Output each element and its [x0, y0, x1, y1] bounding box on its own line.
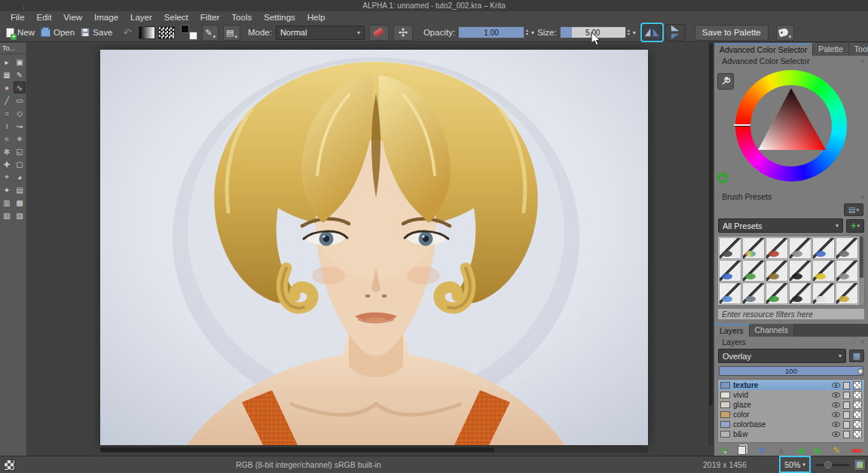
bezier-curve-icon[interactable]: ↝	[14, 120, 26, 132]
move-layer-left-button[interactable]: ◀	[797, 445, 804, 456]
move-icon[interactable]: ✚	[1, 158, 13, 170]
layer-row-colorbase[interactable]: colorbase	[719, 420, 863, 429]
move-layer-right-button[interactable]: ▶	[815, 445, 821, 456]
duplicate-layer-button[interactable]	[738, 446, 746, 455]
docker-splitter[interactable]: ··················	[714, 185, 868, 191]
gradient-ball-icon[interactable]: ●	[1, 81, 13, 93]
size-options-chevron-icon[interactable]: ▾	[633, 29, 636, 36]
delete-layer-button[interactable]	[851, 449, 862, 453]
save-to-palette-button[interactable]: Save to Palette	[695, 25, 769, 41]
docker-close-icon[interactable]: ✕	[860, 339, 865, 346]
move-layer-up-button[interactable]: ▲	[777, 445, 786, 456]
visibility-eye-icon[interactable]	[832, 392, 840, 398]
color-picker-icon[interactable]: ✦	[1, 184, 13, 196]
tab-palette[interactable]: Palette	[813, 43, 849, 56]
docker-close-icon[interactable]: ✕	[860, 194, 865, 200]
fill-icon[interactable]: ◕	[14, 171, 26, 183]
canvas-only-mode-button[interactable]	[854, 459, 866, 471]
visibility-eye-icon[interactable]	[832, 383, 840, 388]
layer-row-vivid[interactable]: vivid	[719, 390, 863, 400]
opacity-options-chevron-icon[interactable]: ▾	[531, 29, 534, 36]
visibility-eye-icon[interactable]	[832, 412, 840, 417]
tab-channels[interactable]: Channels	[750, 324, 794, 337]
visibility-eye-icon[interactable]	[832, 402, 840, 407]
add-tag-button[interactable]: +▾	[846, 219, 864, 233]
dynamic-brush-icon[interactable]: ✳	[14, 133, 26, 145]
menu-tools[interactable]: Tools	[225, 13, 258, 22]
canvas-vertical-scrollbar[interactable]	[708, 43, 714, 447]
refresh-colors-icon[interactable]	[717, 172, 728, 183]
brush-preset-thumbnail[interactable]	[719, 237, 741, 259]
brush-preset-thumbnail[interactable]	[836, 282, 858, 304]
docker-float-icon[interactable]: ▫	[854, 339, 856, 346]
layer-filter-button[interactable]: ▦	[849, 349, 864, 362]
gradient-icon[interactable]: ▤	[14, 184, 26, 196]
polygon-icon[interactable]: ◇	[14, 107, 26, 119]
menu-file[interactable]: File	[5, 13, 31, 22]
menu-help[interactable]: Help	[301, 13, 332, 22]
layer-opacity-slider[interactable]: 100	[719, 366, 863, 376]
reload-preset-button[interactable]	[393, 25, 413, 41]
tab-advanced-color-selector[interactable]: Advanced Color Selector	[714, 43, 813, 56]
add-layer-button[interactable]: +▾	[720, 445, 726, 456]
saturation-value-triangle[interactable]	[752, 87, 830, 165]
layer-properties-button[interactable]: ✎	[833, 445, 840, 456]
mirror-horizontal-button[interactable]	[642, 24, 662, 41]
brush-preset-chooser-button[interactable]: ✎▾	[202, 25, 219, 41]
preset-filter-dropdown[interactable]: All Presets ▾	[718, 218, 843, 233]
tab-tool-options[interactable]: Tool Options	[849, 43, 868, 56]
brush-preset-thumbnail[interactable]	[742, 260, 765, 282]
crop-icon[interactable]: ◱	[14, 145, 26, 157]
layer-blend-mode-dropdown[interactable]: Overlay ▾	[718, 349, 846, 363]
advanced-color-selector[interactable]	[714, 67, 868, 185]
zoom-slider-handle[interactable]	[824, 461, 832, 468]
multibrush-icon[interactable]: ✻	[1, 145, 13, 157]
tab-layers[interactable]: Layers	[714, 324, 750, 337]
selection-mode-icon[interactable]	[4, 459, 15, 471]
new-button[interactable]: + New	[3, 26, 38, 39]
rectangular-select-icon[interactable]: ▧	[1, 209, 13, 221]
foreground-background-colors[interactable]	[181, 25, 197, 40]
preset-display-mode-button[interactable]: ▤▾	[844, 203, 863, 216]
layer-row-texture[interactable]: texture	[719, 380, 863, 390]
menu-layer[interactable]: Layer	[124, 13, 158, 22]
line-icon[interactable]: ╱	[1, 94, 13, 106]
tag-button[interactable]: ▾	[776, 25, 795, 41]
canvas-horizontal-scrollbar[interactable]	[100, 447, 648, 453]
calligraphy-icon[interactable]: ✎	[14, 69, 26, 81]
pattern-edit-icon[interactable]: ▦	[1, 69, 13, 81]
undo-icon[interactable]: ↶	[123, 27, 131, 38]
ellipse-icon[interactable]: ○	[1, 107, 13, 119]
brush-preset-thumbnail[interactable]	[812, 237, 835, 259]
docker-float-icon[interactable]: ▫	[854, 194, 856, 200]
brush-preset-thumbnail[interactable]	[719, 260, 741, 282]
brush-preset-thumbnail[interactable]	[789, 237, 811, 259]
zoom-level-dropdown[interactable]: 50% ▾	[781, 457, 809, 471]
mirror-vertical-button[interactable]	[665, 24, 686, 41]
brush-preset-thumbnail[interactable]	[742, 282, 765, 304]
brush-preset-thumbnail[interactable]	[789, 282, 811, 304]
brush-preset-thumbnail[interactable]	[766, 260, 788, 282]
layer-row-bw[interactable]: b&w	[719, 429, 863, 439]
preset-grid-scrollbar[interactable]	[859, 236, 864, 304]
move-layer-down-button[interactable]: ▼	[757, 445, 766, 456]
zoom-slider[interactable]	[815, 464, 850, 466]
brush-preset-thumbnail[interactable]	[836, 237, 858, 259]
assistants-icon[interactable]: ▥	[1, 197, 13, 209]
brush-preset-thumbnail[interactable]	[812, 260, 835, 282]
background-color-swatch[interactable]	[189, 32, 197, 40]
foreground-color-swatch[interactable]	[181, 25, 189, 33]
brush-preset-thumbnail[interactable]	[812, 282, 835, 304]
contiguous-select-icon[interactable]: ▨	[14, 209, 26, 221]
transform-icon[interactable]: ▢	[14, 158, 26, 170]
pattern-chooser-button[interactable]: ▾	[158, 26, 175, 39]
brush-editor-button[interactable]: ▤▾	[223, 25, 240, 41]
visibility-eye-icon[interactable]	[832, 422, 840, 427]
visibility-eye-icon[interactable]	[832, 432, 840, 437]
save-button[interactable]: Save	[78, 26, 115, 38]
menu-filter[interactable]: Filter	[194, 13, 226, 22]
select-shapes-icon[interactable]: ▸	[1, 56, 13, 68]
measure-icon[interactable]: ⌖	[1, 171, 13, 183]
color-selector-settings-button[interactable]	[717, 73, 734, 90]
opacity-slider[interactable]: 1.00	[458, 26, 524, 38]
